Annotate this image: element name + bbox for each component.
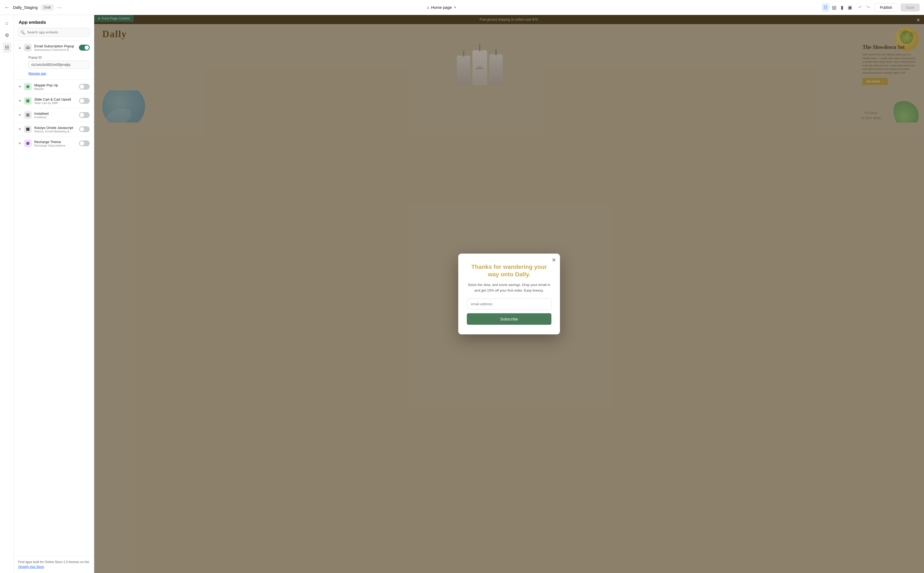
popup-close-button[interactable]: ✕	[552, 257, 556, 263]
app-item-email-subscription: ▲ Email Subscription Popup Autonomous Co…	[14, 41, 94, 80]
search-icon: 🔍	[20, 30, 25, 34]
svg-rect-2	[26, 99, 30, 102]
website-background: Free ground shipping on orders over $75.…	[94, 15, 924, 573]
app-toggle-mayple[interactable]	[79, 84, 89, 89]
topbar-left: ← Dally_Staging Draft ⋯	[4, 4, 62, 11]
nav-home-button[interactable]: ⌂	[3, 18, 11, 28]
popup-overlay: ✕ Thanks for wandering your way onto Dal…	[94, 15, 924, 573]
app-item-header-mayple[interactable]: ▼ Mayple Pop Up Mayple	[14, 80, 94, 94]
footer-text: Find apps built for Online Store 2.0 the…	[18, 560, 89, 564]
app-icon-klaviyo	[24, 125, 31, 133]
app-item-header-instafeed[interactable]: ▼ Instafeed Instafeed	[14, 108, 94, 122]
app-item-header-klaviyo[interactable]: ▼ Klaviyo Onsite Javascript Klaviyo: Ema…	[14, 122, 94, 136]
svg-point-5	[26, 142, 30, 145]
popup-title: Thanks for wandering your way onto Dally…	[467, 263, 551, 279]
topbar: ← Dally_Staging Draft ⋯ ⌂ Home page ▼ ☷ …	[0, 0, 924, 15]
preview-frame: Front Page Content ✕ Free ground shippin…	[94, 15, 924, 573]
expand-button-slidecart[interactable]: ▼	[18, 99, 21, 103]
app-toggle-slidecart[interactable]	[79, 98, 89, 104]
app-toggle-recharge[interactable]	[79, 141, 89, 146]
app-info: Email Subscription Popup Autonomous Comm…	[34, 44, 76, 52]
app-item-slidecart: ▼ Slide Cart & Cart Upsell Slide Cart by…	[14, 94, 94, 108]
preview-area: Front Page Content ✕ Free ground shippin…	[94, 15, 924, 573]
tablet-view-button[interactable]: ▤	[830, 3, 838, 12]
field-label-popup-id: Popup ID	[28, 56, 89, 59]
chevron-down-icon: ▼	[453, 6, 457, 9]
app-info-instafeed: Instafeed Instafeed	[34, 111, 76, 119]
draft-badge: Draft	[41, 5, 54, 11]
expand-button-recharge[interactable]: ▼	[18, 141, 21, 145]
popup-modal: ✕ Thanks for wandering your way onto Dal…	[458, 254, 560, 335]
manage-app-link[interactable]: Manage app	[28, 72, 46, 75]
app-name-klaviyo: Klaviyo Onsite Javascript	[34, 126, 76, 130]
app-name: Email Subscription Popup	[34, 44, 76, 48]
app-item-header-recharge[interactable]: ▼ Recharge Theme Recharge Subscriptions	[14, 136, 94, 150]
publish-button[interactable]: Publish	[874, 3, 898, 12]
app-item-header[interactable]: ▲ Email Subscription Popup Autonomous Co…	[14, 41, 94, 55]
toolbar-icons: ☷ ▤ ▮ ▣	[822, 3, 854, 12]
focus-view-button[interactable]: ▣	[846, 3, 854, 12]
undo-redo-controls: ↶ ↷	[857, 3, 872, 11]
mobile-view-button[interactable]: ▮	[839, 3, 845, 12]
search-box: 🔍	[18, 28, 90, 37]
home-icon: ⌂	[427, 5, 430, 10]
app-sub-klaviyo: Klaviyo: Email Marketing &...	[34, 130, 76, 133]
panel-footer: Find apps built for Online Store 2.0 the…	[14, 556, 94, 573]
svg-rect-4	[26, 128, 30, 131]
app-info-recharge: Recharge Theme Recharge Subscriptions	[34, 140, 76, 147]
app-name-mayple: Mayple Pop Up	[34, 83, 76, 87]
store-name: Dally_Staging	[13, 5, 38, 9]
topbar-right: ☷ ▤ ▮ ▣ ↶ ↷ Publish Save	[822, 3, 920, 12]
svg-point-1	[26, 85, 30, 88]
app-toggle-instafeed[interactable]	[79, 112, 89, 118]
nav-settings-button[interactable]: ⚙	[3, 30, 11, 41]
app-embeds-panel: App embeds 🔍 ▲ Email Subscription Popup …	[14, 15, 94, 573]
save-button[interactable]: Save	[900, 3, 920, 11]
back-button[interactable]: ←	[4, 4, 9, 11]
app-name-recharge: Recharge Theme	[34, 140, 76, 144]
shopify-app-store-link[interactable]: Shopify App Store	[18, 565, 44, 569]
app-item-header-slidecart[interactable]: ▼ Slide Cart & Cart Upsell Slide Cart by…	[14, 94, 94, 108]
popup-email-input[interactable]	[467, 299, 551, 310]
undo-button[interactable]: ↶	[857, 3, 864, 11]
main-layout: ⌂ ⚙ ☷ App embeds 🔍 ▲ Email Subscription …	[0, 15, 924, 573]
nav-blocks-button[interactable]: ☷	[3, 42, 11, 53]
svg-rect-3	[26, 113, 30, 117]
app-toggle-klaviyo[interactable]	[79, 126, 89, 132]
app-details-email-subscription: Popup ID Manage app	[14, 55, 94, 80]
expand-button-mayple[interactable]: ▼	[18, 85, 21, 89]
app-sub-slidecart: Slide Cart by AMP	[34, 102, 76, 105]
popup-subscribe-button[interactable]: Subscribe	[467, 313, 551, 325]
desktop-view-button[interactable]: ☷	[822, 3, 829, 12]
expand-button-instafeed[interactable]: ▼	[18, 113, 21, 117]
app-icon-instafeed	[24, 111, 31, 119]
app-info-mayple: Mayple Pop Up Mayple	[34, 83, 76, 91]
app-item-klaviyo: ▼ Klaviyo Onsite Javascript Klaviyo: Ema…	[14, 122, 94, 136]
app-name-instafeed: Instafeed	[34, 111, 76, 116]
app-item-recharge: ▼ Recharge Theme Recharge Subscriptions	[14, 136, 94, 150]
app-icon-slidecart	[24, 97, 31, 105]
expand-button-klaviyo[interactable]: ▼	[18, 127, 21, 131]
app-item-mayple: ▼ Mayple Pop Up Mayple	[14, 80, 94, 94]
topbar-center[interactable]: ⌂ Home page ▼	[427, 5, 457, 10]
more-options-button[interactable]: ⋯	[57, 5, 62, 11]
app-icon-mayple	[24, 83, 31, 91]
app-info-slidecart: Slide Cart & Cart Upsell Slide Cart by A…	[34, 97, 76, 105]
collapse-button[interactable]: ▲	[18, 46, 21, 50]
footer-end: .	[44, 565, 45, 569]
app-sub-recharge: Recharge Subscriptions	[34, 144, 76, 147]
app-item-instafeed: ▼ Instafeed Instafeed	[14, 108, 94, 122]
popup-description: Seize the slow, and some savings. Drop y…	[467, 282, 551, 293]
search-input[interactable]	[18, 28, 90, 37]
page-label: Home page	[431, 5, 452, 9]
app-info-klaviyo: Klaviyo Onsite Javascript Klaviyo: Email…	[34, 126, 76, 133]
panel-title: App embeds	[14, 15, 94, 28]
app-toggle-email-subscription[interactable]	[79, 45, 89, 50]
redo-button[interactable]: ↷	[864, 3, 872, 11]
icon-sidebar: ⌂ ⚙ ☷	[0, 15, 14, 573]
app-icon-email-subscription	[24, 44, 31, 52]
popup-id-input[interactable]	[28, 61, 89, 69]
app-sub-instafeed: Instafeed	[34, 116, 76, 119]
app-name-slidecart: Slide Cart & Cart Upsell	[34, 97, 76, 102]
app-sub-mayple: Mayple	[34, 87, 76, 91]
